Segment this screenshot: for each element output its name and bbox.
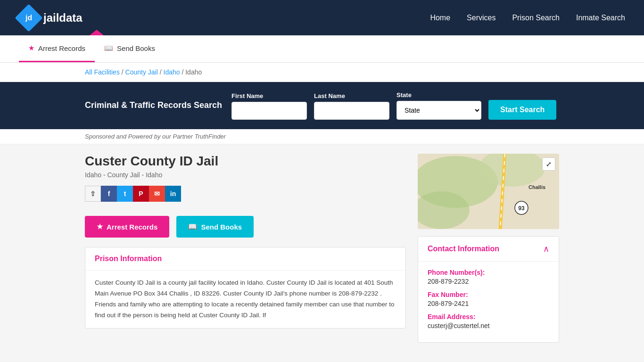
contact-toggle-button[interactable]: ∧ — [543, 244, 549, 254]
facebook-icon[interactable]: f — [101, 186, 117, 202]
subnav: ★ Arrest Records 📖 Send Books — [0, 35, 644, 63]
send-books-label: Send Books — [201, 223, 242, 231]
map-svg: 93 Challis — [418, 154, 559, 229]
send-books-book-icon: 📖 — [188, 222, 197, 231]
start-search-button[interactable]: Start Search — [488, 100, 556, 120]
nav-prison-search[interactable]: Prison Search — [512, 14, 560, 22]
svg-text:Challis: Challis — [528, 184, 545, 190]
logo-icon: jd — [15, 4, 42, 32]
prison-info-body: Custer County ID Jail is a county jail f… — [85, 271, 405, 328]
fax-label: Fax Number: — [428, 291, 549, 298]
social-icons: ⇧ f t P ✉ in — [85, 186, 406, 202]
contact-card: Contact Information ∧ Phone Number(s): 2… — [418, 236, 559, 343]
expand-icon: ⤢ — [546, 160, 552, 168]
right-content: 93 Challis ⤢ Google ⌨ Map Data Terms Rep… — [418, 154, 559, 343]
star-icon: ★ — [28, 44, 34, 52]
contact-body: Phone Number(s): 208-879-2232 Fax Number… — [418, 262, 559, 342]
fax-value: 208-879-2421 — [428, 300, 549, 307]
state-label: State — [396, 91, 481, 99]
state-group: State State Alabama Idaho California — [396, 91, 481, 120]
prison-info-card: Prison Information Custer County ID Jail… — [85, 247, 406, 329]
sponsored-label: Sponsored and Powered by our Partner Tru… — [85, 133, 226, 140]
map-expand-button[interactable]: ⤢ — [542, 157, 555, 171]
breadcrumb-sep2: / — [160, 68, 164, 76]
main-nav: Home Services Prison Search Inmate Searc… — [430, 14, 625, 22]
breadcrumb: All Facilities / County Jail / Idaho / I… — [0, 63, 644, 82]
first-name-input[interactable] — [231, 102, 307, 120]
left-content: Custer County ID Jail Idaho - County Jai… — [85, 154, 406, 343]
first-name-group: First Name — [231, 92, 307, 120]
phone-label: Phone Number(s): — [428, 269, 549, 276]
book-icon: 📖 — [104, 44, 113, 52]
email-address-value: custerj@custertel.net — [428, 322, 549, 329]
linkedin-icon[interactable]: in — [165, 186, 181, 202]
subnav-arrest-label: Arrest Records — [38, 44, 85, 52]
share-icon[interactable]: ⇧ — [85, 186, 101, 202]
search-section: Criminal & Traffic Records Search First … — [0, 82, 644, 129]
nav-services[interactable]: Services — [467, 14, 495, 22]
state-select[interactable]: State Alabama Idaho California — [396, 101, 481, 120]
send-books-button[interactable]: 📖 Send Books — [176, 216, 254, 238]
phone-value: 208-879-2232 — [428, 278, 549, 285]
map-background: 93 Challis ⤢ — [418, 154, 559, 229]
svg-text:93: 93 — [518, 205, 525, 212]
main-content: Custer County ID Jail Idaho - County Jai… — [0, 144, 644, 352]
nav-home[interactable]: Home — [430, 14, 450, 22]
last-name-input[interactable] — [314, 102, 389, 120]
email-icon[interactable]: ✉ — [149, 186, 165, 202]
prison-info-heading: Prison Information — [95, 255, 396, 263]
arrest-records-button[interactable]: ★ Arrest Records — [85, 216, 169, 238]
nav-inmate-search[interactable]: Inmate Search — [576, 14, 625, 22]
breadcrumb-all-facilities[interactable]: All Facilities — [85, 68, 120, 76]
breadcrumb-sep1: / — [122, 68, 125, 76]
prison-info-text: Custer County ID Jail is a county jail f… — [95, 278, 396, 321]
contact-heading: Contact Information — [428, 245, 499, 253]
breadcrumb-idaho[interactable]: Idaho — [164, 68, 180, 76]
sponsored-text: Sponsored and Powered by our Partner Tru… — [0, 129, 644, 144]
logo-jail: jail — [43, 11, 59, 24]
breadcrumb-county-jail[interactable]: County Jail — [125, 68, 158, 76]
facility-subtitle: Idaho - County Jail - Idaho — [85, 171, 406, 179]
search-fields: First Name Last Name State State Alabama… — [231, 91, 559, 120]
subnav-arrest-records[interactable]: ★ Arrest Records — [19, 35, 95, 62]
twitter-icon[interactable]: t — [117, 186, 133, 202]
logo-area: jd jaildata — [19, 8, 83, 28]
arrest-star-icon: ★ — [97, 222, 103, 231]
subnav-send-books[interactable]: 📖 Send Books — [95, 35, 165, 62]
prison-info-header: Prison Information — [85, 247, 405, 271]
search-title: Criminal & Traffic Records Search — [85, 99, 222, 111]
contact-header: Contact Information ∧ — [418, 237, 559, 262]
subnav-books-label: Send Books — [117, 44, 155, 52]
logo-data: data — [59, 11, 82, 24]
arrest-records-label: Arrest Records — [107, 223, 157, 231]
first-name-label: First Name — [231, 92, 307, 99]
email-address-label: Email Address: — [428, 313, 549, 321]
logo-wordmark: jaildata — [43, 11, 83, 25]
logo-jd-text: jd — [25, 14, 32, 22]
map-container: 93 Challis ⤢ Google ⌨ Map Data Terms Rep… — [418, 154, 559, 229]
breadcrumb-current: Idaho — [185, 68, 202, 76]
facility-title: Custer County ID Jail — [85, 154, 406, 169]
last-name-label: Last Name — [314, 92, 389, 99]
action-buttons: ★ Arrest Records 📖 Send Books — [85, 216, 406, 238]
last-name-group: Last Name — [314, 92, 389, 120]
pinterest-icon[interactable]: P — [133, 186, 149, 202]
